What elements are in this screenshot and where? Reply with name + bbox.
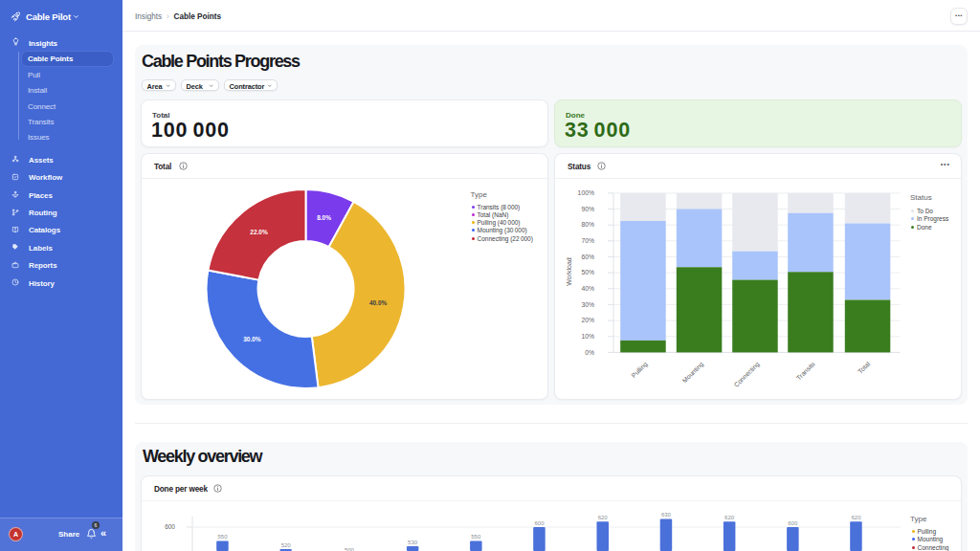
svg-text:620: 620 [851,515,861,520]
svg-text:50%: 50% [581,269,594,276]
svg-text:620: 620 [724,515,735,520]
svg-text:Mounting: Mounting [680,361,705,386]
svg-text:630: 630 [661,512,672,518]
svg-text:60%: 60% [581,253,594,260]
svg-text:8.0%: 8.0% [317,214,331,221]
svg-text:20%: 20% [581,317,594,323]
svg-text:530: 530 [408,540,418,545]
svg-text:Transits: Transits [795,360,816,381]
svg-text:600: 600 [534,520,545,526]
svg-text:520: 520 [281,542,292,548]
svg-text:30%: 30% [581,301,594,308]
svg-text:Pulling: Pulling [630,361,649,380]
svg-text:Total: Total [857,360,871,374]
svg-text:90%: 90% [581,206,594,212]
svg-text:100%: 100% [578,189,594,196]
svg-text:500: 500 [345,547,355,551]
svg-text:70%: 70% [581,237,594,244]
svg-text:600: 600 [788,520,798,526]
svg-text:10%: 10% [581,333,594,340]
svg-text:80%: 80% [581,221,594,228]
svg-text:40%: 40% [581,285,594,292]
svg-text:Connecting: Connecting [732,361,761,389]
svg-text:550: 550 [217,534,228,540]
svg-text:40.0%: 40.0% [369,299,388,306]
svg-text:Workload: Workload [566,257,572,286]
svg-text:600: 600 [165,523,175,530]
svg-text:30.0%: 30.0% [243,336,261,342]
svg-text:22.0%: 22.0% [250,229,268,235]
svg-text:0%: 0% [585,349,594,356]
svg-text:550: 550 [471,534,481,540]
svg-text:620: 620 [598,515,609,520]
